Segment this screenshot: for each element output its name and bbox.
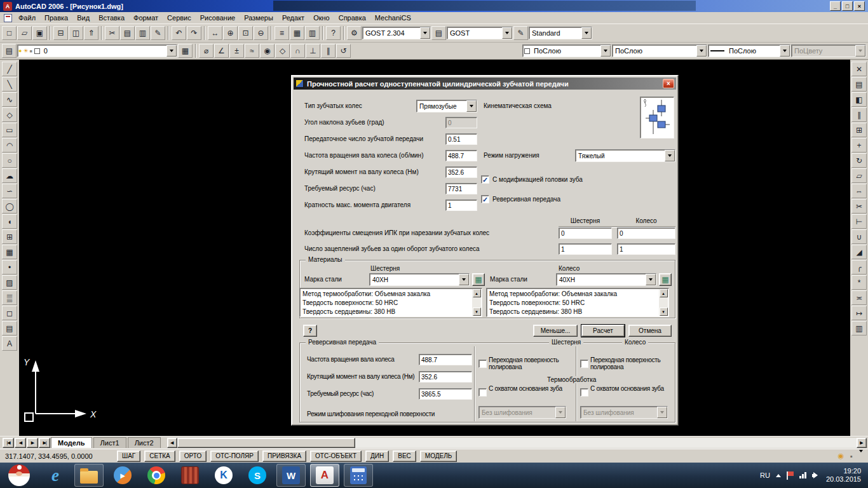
scroll-down-icon[interactable]: ▼: [660, 308, 668, 316]
gradient-icon[interactable]: ▒: [2, 290, 17, 305]
lineweight-select[interactable]: ПоСлою: [708, 44, 790, 57]
profile-shift-gear-input[interactable]: [559, 227, 612, 239]
menu-dimension[interactable]: Размеры: [240, 13, 278, 23]
titlebar[interactable]: A AutoCAD 2006 - [Рисунок1.dwg] _ □ ×: [0, 0, 868, 12]
volume-icon[interactable]: [812, 472, 820, 479]
tab-layout1[interactable]: Лист1: [93, 437, 126, 448]
dropdown-arrow-icon[interactable]: [166, 45, 177, 57]
layer-manager-icon[interactable]: ▤: [2, 44, 17, 58]
layer-states-icon[interactable]: ▦: [178, 44, 193, 58]
dropdown-arrow-icon[interactable]: [780, 45, 790, 57]
grid-toggle[interactable]: СЕТКА: [144, 451, 175, 462]
steel-grade-wheel-select[interactable]: 40ХН: [556, 273, 656, 286]
polygon-icon[interactable]: ◇: [2, 107, 17, 122]
linetype-select[interactable]: ПоСлою: [612, 44, 707, 57]
reversible-gear-checkbox[interactable]: ✓: [481, 195, 489, 203]
taskbar-calculator[interactable]: [344, 464, 373, 487]
erase-icon[interactable]: ✕: [851, 62, 867, 76]
network-icon[interactable]: [799, 472, 806, 478]
redo-icon[interactable]: ↷: [187, 26, 201, 40]
plot-preview-icon[interactable]: ◫: [69, 26, 83, 40]
spline-icon[interactable]: ∽: [2, 184, 17, 198]
move-icon[interactable]: +: [851, 138, 867, 152]
taskbar-explorer[interactable]: [74, 464, 104, 487]
lwt-toggle[interactable]: ВЕС: [393, 451, 416, 462]
save-icon[interactable]: ▣: [32, 26, 47, 40]
gost-standard-select[interactable]: GOST: [447, 27, 513, 39]
scroll-left-icon[interactable]: ◀: [167, 438, 177, 448]
region-icon[interactable]: ◻: [2, 306, 17, 320]
snap-toggle[interactable]: ШАГ: [117, 451, 140, 462]
mechanics-tool-3-icon[interactable]: ±: [229, 44, 244, 58]
gost-style-select[interactable]: GOST 2.304: [362, 27, 431, 39]
calculate-button[interactable]: Расчет: [581, 325, 625, 337]
publish-icon[interactable]: ⇑: [84, 26, 98, 40]
polyline-icon[interactable]: ∿: [2, 92, 17, 107]
multiline-text-icon[interactable]: A: [2, 336, 17, 351]
profile-shift-wheel-input[interactable]: [617, 227, 675, 239]
material-database-wheel-button[interactable]: ▦: [659, 273, 672, 286]
mechanics-tool-7-icon[interactable]: ∩: [290, 44, 305, 58]
steel-grade-gear-select[interactable]: 40ХН: [369, 273, 470, 286]
previous-tab-icon[interactable]: ◀: [15, 438, 26, 448]
mechanics-tool-2-icon[interactable]: ∠: [214, 44, 229, 58]
menu-view[interactable]: Вид: [72, 13, 94, 23]
menu-draw[interactable]: Рисование: [196, 13, 240, 23]
taskbar-chrome[interactable]: [142, 464, 171, 487]
dropdown-arrow-icon[interactable]: [581, 27, 592, 39]
extend-icon[interactable]: ⊢: [851, 214, 867, 229]
menu-insert[interactable]: Вставка: [94, 13, 129, 23]
taskbar-kompas[interactable]: K: [209, 464, 238, 487]
dropdown-arrow-icon[interactable]: [459, 274, 469, 285]
material-database-gear-button[interactable]: ▦: [472, 273, 485, 286]
layer-select[interactable]: ● ☀ ■ 0: [17, 44, 177, 57]
reverse-resource-input[interactable]: [419, 388, 472, 400]
rotate-icon[interactable]: ↻: [851, 153, 867, 168]
communication-center-icon[interactable]: ◉: [837, 452, 844, 460]
dialog-close-button[interactable]: ×: [663, 79, 674, 88]
circle-icon[interactable]: ○: [2, 153, 17, 168]
model-toggle[interactable]: МОДЕЛЬ: [420, 451, 457, 462]
ortho-toggle[interactable]: ОРТО: [179, 451, 207, 462]
hatch-icon[interactable]: ▨: [2, 275, 17, 290]
start-button[interactable]: [2, 463, 36, 488]
lengthen-icon[interactable]: ↦: [851, 306, 867, 320]
mechanics-tool-8-icon[interactable]: ⊥: [306, 44, 320, 58]
wheel-torque-input[interactable]: [445, 166, 477, 178]
tab-layout2[interactable]: Лист2: [128, 437, 161, 448]
construction-line-icon[interactable]: ╲: [2, 77, 17, 92]
zoom-previous-icon[interactable]: ⊖: [254, 26, 268, 40]
resource-input[interactable]: [445, 183, 477, 194]
scroll-up-icon[interactable]: ▲: [660, 289, 668, 297]
maximize-button[interactable]: □: [842, 1, 853, 11]
help-button[interactable]: ?: [303, 325, 317, 337]
table-icon[interactable]: ▤: [2, 321, 17, 336]
cut-icon[interactable]: ✂: [105, 26, 119, 40]
taskbar-ie[interactable]: e: [41, 464, 70, 487]
scroll-right-icon[interactable]: ▶: [857, 438, 867, 448]
menu-window[interactable]: Окно: [309, 13, 334, 23]
ellipse-icon[interactable]: ◯: [2, 199, 17, 214]
toolbar-lock-icon[interactable]: ▪: [850, 452, 853, 460]
scrollbar[interactable]: ▲ ▼: [472, 289, 481, 316]
offset-icon[interactable]: ∥: [851, 107, 867, 122]
status-menu-arrow-icon[interactable]: [859, 452, 863, 460]
taskbar-media-player[interactable]: ▶: [108, 464, 137, 487]
plot-icon[interactable]: ⊟: [53, 26, 68, 40]
menu-edit[interactable]: Правка: [40, 13, 72, 23]
scroll-down-icon[interactable]: ▼: [473, 308, 481, 316]
head-modification-checkbox[interactable]: ✓: [481, 175, 489, 184]
line-icon[interactable]: ╱: [2, 62, 17, 76]
otrack-toggle[interactable]: ОТС-ОБЪЕКТ: [310, 451, 362, 462]
base-coverage-wheel-checkbox[interactable]: [580, 388, 588, 396]
text-style-select[interactable]: Standard: [529, 27, 592, 39]
paste-icon[interactable]: ▥: [135, 26, 150, 40]
mesh-count-gear-input[interactable]: [559, 243, 612, 255]
scrollbar-thumb[interactable]: [177, 438, 355, 448]
mechanics-tool-6-icon[interactable]: ◇: [275, 44, 290, 58]
dropdown-arrow-icon[interactable]: [502, 27, 512, 39]
gear-ratio-input[interactable]: [445, 133, 477, 145]
action-center-flag-icon[interactable]: [787, 471, 794, 480]
taskbar-skype[interactable]: S: [243, 464, 272, 487]
scrollbar[interactable]: ▲ ▼: [659, 289, 668, 316]
